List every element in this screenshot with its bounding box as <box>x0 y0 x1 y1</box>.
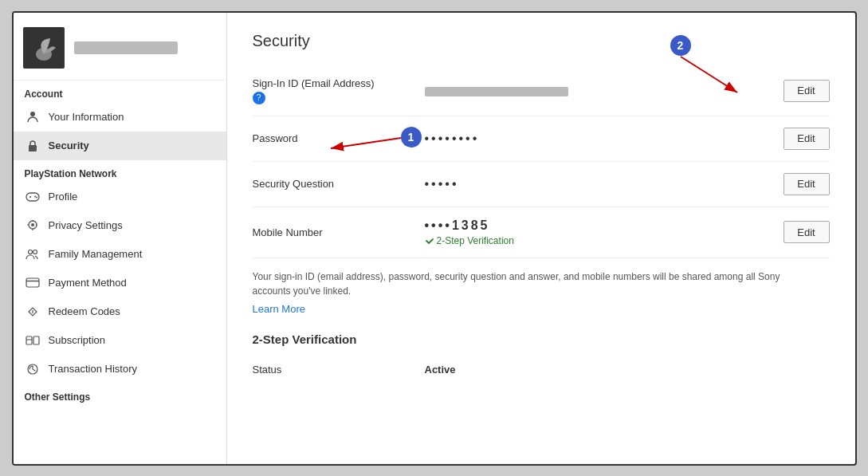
sidebar: Account Your Information Security PlaySt… <box>14 13 227 464</box>
sidebar-item-payment-method[interactable]: Payment Method <box>14 269 226 297</box>
main-content: Security Sign-In ID (Email Address) ? Ed… <box>227 13 855 401</box>
mobile-number-value: ••••1385 2-Step Verification <box>412 218 784 246</box>
svg-point-6 <box>34 195 36 197</box>
info-text: Your sign-in ID (email address), passwor… <box>253 269 811 298</box>
annotation-circle-1: 1 <box>401 127 422 148</box>
subscription-label: Subscription <box>49 334 106 346</box>
transaction-history-label: Transaction History <box>49 363 138 375</box>
profile-label: Profile <box>49 191 78 203</box>
avatar <box>23 27 65 69</box>
subscription-icon <box>25 332 41 348</box>
signin-id-value <box>412 85 784 96</box>
sidebar-item-profile[interactable]: Profile <box>14 183 226 211</box>
svg-rect-1 <box>30 112 35 116</box>
security-label: Security <box>49 140 89 151</box>
section-psn: PlayStation Network <box>14 160 226 183</box>
svg-point-10 <box>28 250 32 254</box>
your-information-label: Your Information <box>49 111 124 123</box>
security-question-value: ••••• <box>412 177 784 191</box>
section-account: Account <box>14 81 226 103</box>
privacy-icon <box>25 218 41 234</box>
redeem-icon <box>25 304 41 320</box>
sidebar-item-your-information[interactable]: Your Information <box>14 103 226 132</box>
signin-email-blur <box>425 87 568 96</box>
main-wrapper: Security Sign-In ID (Email Address) ? Ed… <box>227 13 855 464</box>
mobile-number-edit-button[interactable]: Edit <box>784 221 830 243</box>
sidebar-item-redeem-codes[interactable]: Redeem Codes <box>14 297 226 326</box>
signin-id-row: Sign-In ID (Email Address) ? Edit <box>253 66 830 116</box>
password-label: Password <box>253 132 412 144</box>
svg-rect-16 <box>33 336 39 344</box>
status-value: Active <box>412 364 456 376</box>
mobile-number-row: Mobile Number ••••1385 2-Step Verificati… <box>253 207 830 258</box>
sidebar-item-security[interactable]: Security <box>14 132 226 160</box>
annotation-circle-2: 2 <box>670 35 691 56</box>
sidebar-item-subscription[interactable]: Subscription <box>14 326 226 355</box>
mobile-number-digits: ••••1385 <box>425 218 784 233</box>
person-icon <box>25 109 41 125</box>
signin-id-edit-button[interactable]: Edit <box>784 80 830 102</box>
security-question-row: Security Question ••••• Edit <box>253 162 830 207</box>
sidebar-item-transaction-history[interactable]: Transaction History <box>14 355 226 384</box>
learn-more-link[interactable]: Learn More <box>253 303 305 315</box>
svg-rect-2 <box>29 145 37 151</box>
family-icon <box>25 246 41 262</box>
signin-id-label: Sign-In ID (Email Address) ? <box>253 77 412 104</box>
page-title: Security <box>253 32 830 50</box>
status-label: Status <box>253 364 412 376</box>
security-question-edit-button[interactable]: Edit <box>784 173 830 195</box>
history-icon <box>25 361 41 377</box>
username-display <box>74 41 178 54</box>
sidebar-item-privacy-settings[interactable]: Privacy Settings <box>14 211 226 240</box>
svg-point-9 <box>31 223 34 226</box>
family-management-label: Family Management <box>49 248 143 260</box>
mobile-number-label: Mobile Number <box>253 226 412 238</box>
gamepad-icon <box>25 189 41 205</box>
verified-badge: 2-Step Verification <box>425 235 784 246</box>
svg-rect-15 <box>26 336 32 344</box>
redeem-codes-label: Redeem Codes <box>49 305 120 317</box>
password-row: Password •••••••• Edit <box>253 116 830 162</box>
section-other-settings: Other Settings <box>14 384 226 406</box>
profile-header <box>14 13 226 81</box>
two-step-heading: 2-Step Verification <box>253 332 830 346</box>
password-value: •••••••• <box>412 132 784 146</box>
password-edit-button[interactable]: Edit <box>784 128 830 150</box>
payment-icon <box>25 275 41 291</box>
svg-point-11 <box>33 250 37 254</box>
sidebar-item-family-management[interactable]: Family Management <box>14 240 226 269</box>
lock-icon <box>25 138 41 154</box>
payment-method-label: Payment Method <box>49 277 127 289</box>
security-question-label: Security Question <box>253 178 412 190</box>
privacy-settings-label: Privacy Settings <box>49 219 123 231</box>
svg-point-7 <box>36 196 37 198</box>
status-row: Status Active <box>253 357 830 382</box>
help-icon[interactable]: ? <box>253 92 265 104</box>
svg-rect-12 <box>26 278 39 287</box>
